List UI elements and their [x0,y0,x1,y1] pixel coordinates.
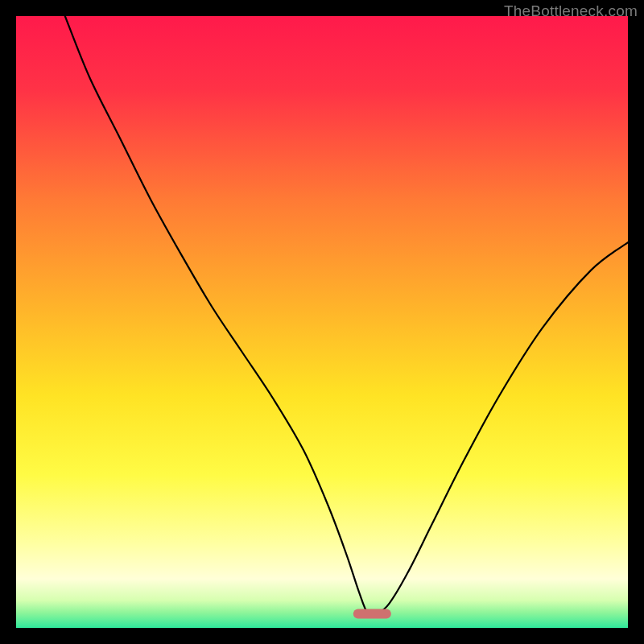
bottleneck-curve [65,16,628,616]
bottleneck-marker [353,609,391,618]
chart-frame: TheBottleneck.com [0,0,644,644]
attribution-text: TheBottleneck.com [504,2,638,20]
plot-area [16,16,628,628]
curve-layer [16,16,628,628]
